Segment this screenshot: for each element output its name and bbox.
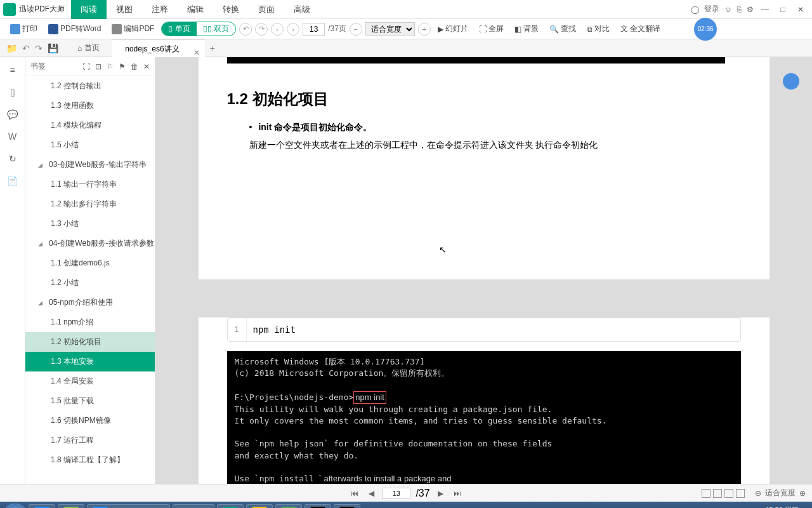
task-explorer[interactable] [246, 504, 273, 508]
last-page-button[interactable]: ⏭ [451, 489, 464, 498]
view-mode-icons [702, 489, 745, 498]
zoom-out-button[interactable]: − [350, 23, 362, 36]
bookmark-item[interactable]: 1.3 小结 [25, 214, 155, 234]
background-button[interactable]: ◧ 背景 [511, 22, 542, 36]
sync-icon[interactable]: ↻ [6, 152, 19, 165]
first-page-button[interactable]: ⏮ [348, 489, 361, 498]
zoom-select[interactable]: 适合宽度 [365, 22, 415, 36]
bookmark-item[interactable]: 1.8 编译工程【了解】 [25, 450, 155, 470]
word-export-icon[interactable]: W [6, 130, 19, 143]
bookmark-item[interactable]: 1.5 小结 [25, 135, 155, 155]
zoom-in-button[interactable]: + [418, 23, 431, 36]
bookmark-item[interactable]: 1.3 使用函数 [25, 96, 155, 116]
menu-page[interactable]: 页面 [249, 0, 284, 19]
view-continuous-icon[interactable] [736, 489, 745, 498]
start-button[interactable] [3, 504, 27, 508]
find-button[interactable]: 🔍 查找 [546, 22, 580, 36]
task-pdf[interactable] [217, 504, 244, 508]
next-page-button[interactable]: › [287, 23, 299, 36]
bookmark-item[interactable]: 1.2 小结 [25, 273, 155, 293]
prev-page-button[interactable]: ‹ [271, 23, 284, 36]
menu-view[interactable]: 视图 [107, 0, 142, 19]
doc-icon[interactable]: 📄 [6, 175, 19, 187]
bookmark-item[interactable]: 1.1 输出一行字符串 [25, 175, 155, 194]
page-input-bottom[interactable] [382, 488, 410, 499]
save-icon[interactable]: 💾 [48, 43, 58, 53]
task-app1[interactable] [58, 504, 84, 508]
bookmark-item[interactable]: 04-创建Web服务-接收请求参数 [25, 234, 155, 253]
login-link[interactable]: 登录 [704, 4, 719, 15]
close-button[interactable]: ✕ [794, 3, 807, 16]
bookmark-item[interactable]: 1.2 输出多行字符串 [25, 194, 155, 214]
bookmark-item[interactable]: 1.1 npm介绍 [25, 312, 155, 332]
bookmark-item[interactable]: 05-npm介绍和使用 [25, 293, 155, 312]
timer-badge[interactable]: 02:36 [694, 18, 717, 41]
bookmarks-panel: 书签 ⛶ ⊡ ⚐ ⚑ 🗑 ✕ 1.2 控制台输出1.3 使用函数1.4 模块化编… [25, 57, 155, 484]
bm-close-icon[interactable]: ✕ [143, 62, 150, 71]
bm-add-icon[interactable]: ⚐ [107, 62, 114, 71]
undo-button[interactable]: ↶ [239, 23, 252, 36]
bm-expand-icon[interactable]: ⛶ [82, 62, 90, 71]
bookmark-item[interactable]: 1.4 模块化编程 [25, 116, 155, 135]
bookmark-item[interactable]: 1.7 运行工程 [25, 431, 155, 450]
view-double-icon[interactable] [713, 489, 722, 498]
pdf2word-button[interactable]: PDF转Word [44, 22, 105, 36]
bookmark-item[interactable]: 1.5 批量下载 [25, 391, 155, 411]
task-ie[interactable] [29, 504, 55, 508]
task-cmd2[interactable] [334, 504, 360, 508]
bookmark-item[interactable]: 1.3 本地安装 [25, 352, 155, 371]
bookmark-item[interactable]: 1.2 控制台输出 [25, 76, 155, 96]
float-action-button[interactable] [783, 73, 799, 90]
zoom-out-bottom[interactable]: ⊖ [755, 489, 761, 498]
compare-button[interactable]: ⧉ 对比 [583, 22, 613, 36]
slideshow-button[interactable]: ▶ 幻灯片 [434, 22, 472, 36]
bm-delete-icon[interactable]: 🗑 [131, 62, 138, 71]
double-page-button[interactable]: ▯▯ 双页 [197, 22, 235, 36]
bookmark-item[interactable]: 1.2 初始化项目 [25, 332, 155, 352]
next-page-button-bottom[interactable]: ▶ [435, 489, 446, 498]
menu-advanced[interactable]: 高级 [284, 0, 320, 19]
menu-read[interactable]: 阅读 [71, 0, 107, 19]
single-page-button[interactable]: ▯ 单页 [162, 22, 196, 36]
view-book-icon[interactable] [724, 489, 733, 498]
bookmark-item[interactable]: 03-创建Web服务-输出字符串 [25, 155, 155, 175]
print-button[interactable]: 打印 [6, 22, 41, 36]
prev-page-button-bottom[interactable]: ◀ [366, 489, 377, 498]
fullscreen-button[interactable]: ⛶ 全屏 [475, 22, 508, 36]
document-view[interactable]: 1.2 初始化项目 init 命令是项目初始化命令。 新建一个空文件夹或者在上述… [155, 57, 812, 484]
bookmark-item[interactable]: 1.6 切换NPM镜像 [25, 411, 155, 431]
task-hbuilder[interactable]: H [275, 504, 302, 508]
user-icon[interactable]: ◯ [691, 5, 699, 14]
bookmark-item[interactable]: 1.1 创建demo6.js [25, 253, 155, 273]
menu-convert[interactable]: 转换 [213, 0, 249, 19]
menu-annotate[interactable]: 注释 [142, 0, 178, 19]
translate-button[interactable]: 文 全文翻译 [617, 22, 664, 36]
bm-bookmark-icon[interactable]: ⚑ [119, 62, 126, 71]
file-tab[interactable]: nodejs_es6讲义 ✕ [112, 39, 204, 57]
comments-icon[interactable]: 💬 [6, 108, 19, 121]
maximize-button[interactable]: □ [776, 3, 789, 16]
bookmark-item[interactable]: 1.4 全局安装 [25, 371, 155, 391]
bullet-text: init 命令是项目初始化命令。 [249, 122, 750, 133]
chat-icon[interactable]: ☺ [724, 5, 732, 14]
forward-icon[interactable]: ↷ [35, 43, 43, 53]
tab-add-button[interactable]: + [205, 43, 220, 53]
task-cmd1[interactable] [304, 504, 331, 508]
view-single-icon[interactable] [702, 489, 710, 498]
task-search[interactable]: 搜索一下 [173, 504, 214, 508]
gift-icon[interactable]: ⎘ [737, 5, 742, 14]
back-icon[interactable]: ↶ [22, 43, 30, 53]
menu-edit[interactable]: 编辑 [178, 0, 213, 19]
pages-icon[interactable]: ▯ [6, 86, 19, 98]
page-number-input[interactable] [303, 23, 325, 36]
home-tab[interactable]: ⌂ 首页 [65, 43, 112, 53]
minimize-button[interactable]: — [759, 3, 771, 16]
bm-collapse-icon[interactable]: ⊡ [95, 62, 102, 71]
open-icon[interactable]: 📁 [6, 43, 17, 53]
outline-icon[interactable]: ≡ [6, 64, 19, 76]
settings-icon[interactable]: ⚙ [747, 5, 754, 14]
editpdf-button[interactable]: 编辑PDF [108, 22, 158, 36]
redo-button[interactable]: ↷ [255, 23, 268, 36]
task-browser[interactable]: 2019网页游戏... [87, 504, 170, 508]
zoom-in-bottom[interactable]: ⊕ [799, 489, 806, 498]
